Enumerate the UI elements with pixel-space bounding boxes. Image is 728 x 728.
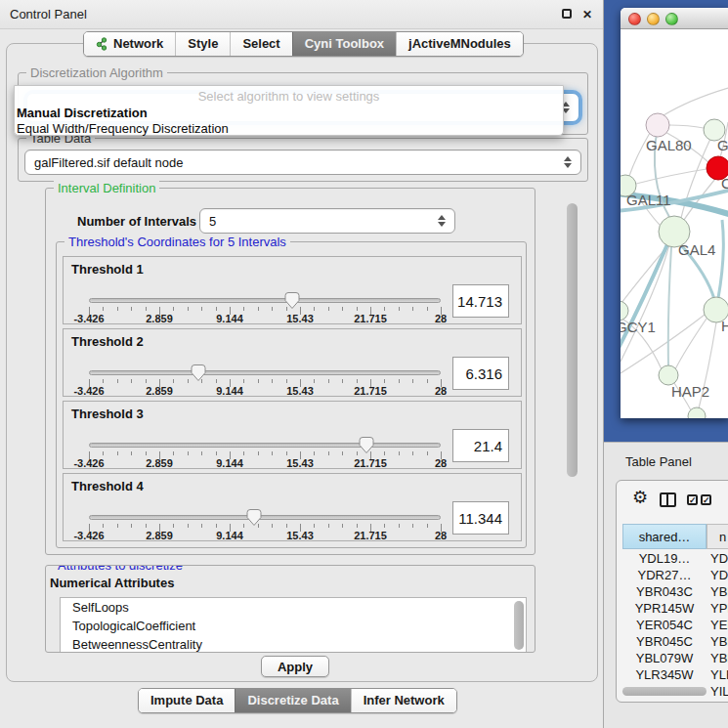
algorithm-dropdown-popup: Select algorithm to view settings Manual…: [14, 85, 564, 136]
label-clipped-h: H: [721, 318, 728, 334]
cell-shared-name[interactable]: YER054C: [622, 618, 707, 632]
table-row[interactable]: YER054CYER0: [622, 618, 728, 634]
table-row[interactable]: YBR045CYBR0: [622, 634, 728, 651]
cell-name[interactable]: YLR3: [710, 667, 728, 682]
tab-infer-network[interactable]: Infer Network: [351, 689, 456, 712]
cell-shared-name[interactable]: YPR145W: [622, 601, 707, 616]
float-window-icon[interactable]: [562, 9, 572, 19]
threshold-1-label: Threshold 1: [71, 262, 144, 277]
node-hap2[interactable]: [659, 365, 678, 385]
numerical-attributes-list[interactable]: SelfLoops TopologicalCoefficient Between…: [60, 597, 527, 653]
threshold-4-value-field[interactable]: 11.344: [452, 501, 509, 535]
threshold-3-label: Threshold 3: [71, 407, 144, 421]
threshold-1-slider[interactable]: [89, 298, 441, 303]
slider-tick-labels: -3.426 2.859 9.144 15.43 21.715 28: [89, 385, 441, 397]
table-row[interactable]: YDR27…YDR2: [622, 568, 728, 584]
table-data-combobox[interactable]: galFiltered.sif default node: [24, 150, 581, 175]
tab-network[interactable]: Network: [84, 32, 175, 56]
threshold-1-value-field[interactable]: 14.713: [452, 284, 509, 318]
network-icon: [96, 37, 108, 51]
split-columns-icon[interactable]: [660, 492, 676, 507]
cell-name[interactable]: YER0: [710, 618, 728, 632]
table-row[interactable]: YPR145WYPR1: [622, 601, 728, 618]
panel-title: Control Panel: [10, 7, 87, 21]
cell-shared-name[interactable]: YDR27…: [622, 568, 707, 582]
cell-name[interactable]: YBR0: [710, 634, 728, 649]
tab-select[interactable]: Select: [230, 32, 291, 56]
cyni-bottom-tabs: Impute Data Discretize Data Infer Networ…: [138, 688, 457, 713]
popup-hint: Select algorithm to view settings: [15, 89, 563, 104]
label-gal11: GAL11: [626, 192, 671, 208]
popup-option-equal-width[interactable]: Equal Width/Frequency Discretization: [17, 121, 559, 136]
tab-discretize-data[interactable]: Discretize Data: [235, 689, 350, 712]
table-row[interactable]: YLR345WYLR3: [622, 667, 728, 684]
cell-shared-name[interactable]: YDL19…: [622, 551, 707, 566]
popup-option-manual[interactable]: Manual Discretization: [17, 106, 559, 120]
cell-name[interactable]: YPR1: [710, 601, 728, 616]
network-window[interactable]: GAL80 GA C GAL11 GAL4 GCY1 H HAP2: [621, 8, 728, 418]
cell-shared-name[interactable]: YBL079W: [622, 651, 707, 665]
label-gal4: GAL4: [678, 241, 715, 258]
cell-shared-name[interactable]: YBR045C: [622, 634, 707, 649]
label-gcy1: GCY1: [621, 319, 656, 335]
threshold-2-value-field[interactable]: 6.316: [452, 357, 509, 390]
numerical-attributes-label: Numerical Attributes: [50, 576, 174, 590]
apply-button[interactable]: Apply: [261, 656, 329, 677]
column-header-shared-name[interactable]: shared…: [622, 524, 707, 549]
cell-shared-name[interactable]: YLR345W: [622, 667, 707, 682]
cell-name[interactable]: YDR2: [710, 568, 728, 582]
attributes-group-title: Attributes to discretize: [54, 565, 187, 573]
control-panel-titlebar: Control Panel ✕: [0, 0, 603, 29]
cell-name[interactable]: YBR0: [710, 584, 728, 599]
interval-definition-title: Interval Definition: [54, 181, 159, 195]
zoom-traffic-light-icon[interactable]: [665, 13, 678, 25]
table-panel-title: Table Panel: [625, 454, 692, 469]
threshold-3-slider[interactable]: [89, 443, 441, 448]
list-item[interactable]: TopologicalCoefficient: [61, 617, 526, 635]
close-icon[interactable]: ✕: [581, 9, 593, 21]
panel-scrollbar[interactable]: [567, 203, 578, 477]
number-of-intervals-label: Number of Intervals: [77, 214, 196, 229]
table-panel-body: ⚙ ✓ ✓ shared… n YDL19…YDL1YDR27…YDR2YBR0…: [616, 480, 728, 703]
tab-impute-data[interactable]: Impute Data: [139, 689, 235, 712]
table-row[interactable]: YDL19…YDL1: [622, 551, 728, 568]
checkbox-icon[interactable]: ✓: [687, 494, 698, 505]
threshold-2-slider[interactable]: [89, 370, 441, 375]
table-row[interactable]: YBL079WYBL0: [622, 651, 728, 667]
list-scrollbar[interactable]: [514, 601, 524, 650]
node-gcy1[interactable]: [621, 301, 628, 321]
table-horizontal-scrollbar[interactable]: [622, 687, 707, 696]
number-of-intervals-combobox[interactable]: 5: [199, 208, 455, 234]
cell-name[interactable]: YBL0: [710, 651, 728, 665]
threshold-3-value-field[interactable]: 21.4: [452, 429, 509, 462]
intervals-combo-value: 5: [209, 214, 216, 229]
tab-jactivemnodules[interactable]: jActiveMNodules: [396, 32, 523, 56]
label-clipped-c: C: [721, 175, 728, 192]
list-item[interactable]: SelfLoops: [61, 598, 526, 617]
table-data-combo-value: galFiltered.sif default node: [34, 155, 183, 170]
slider-tick-labels: -3.426 2.859 9.144 15.43 21.715 28: [89, 313, 441, 324]
tab-cyni-toolbox[interactable]: Cyni Toolbox: [292, 32, 396, 56]
tab-style[interactable]: Style: [175, 32, 230, 56]
network-canvas[interactable]: GAL80 GA C GAL11 GAL4 GCY1 H HAP2: [621, 29, 728, 418]
cell-name[interactable]: YIL0: [710, 684, 728, 699]
list-item[interactable]: BetweennessCentrality: [61, 635, 526, 653]
network-window-titlebar[interactable]: [621, 8, 728, 29]
minimize-traffic-light-icon[interactable]: [647, 13, 660, 25]
combo-arrows-icon: [438, 215, 447, 227]
threshold-2-panel: Threshold 2 -3.426 2.859 9.144 15.43 21.…: [63, 328, 522, 397]
threshold-4-slider[interactable]: [89, 515, 441, 520]
column-header-name[interactable]: n: [707, 524, 728, 549]
label-gal80: GAL80: [646, 137, 692, 153]
label-hap2: HAP2: [671, 383, 709, 400]
gear-icon[interactable]: ⚙: [632, 487, 648, 508]
checkbox-icon[interactable]: ✓: [701, 494, 711, 505]
control-panel: Control Panel ✕ Network Style Select Cyn…: [0, 0, 604, 728]
table-panel: Table Panel ⚙ ✓ ✓ shared… n YDL19…YDL1YD…: [604, 442, 728, 728]
close-traffic-light-icon[interactable]: [628, 13, 641, 25]
table-row[interactable]: YBR043CYBR0: [622, 584, 728, 601]
cell-name[interactable]: YDL1: [710, 551, 728, 566]
tab-network-label: Network: [113, 36, 163, 51]
cell-shared-name[interactable]: YBR043C: [622, 584, 707, 599]
node-gal80[interactable]: [646, 113, 669, 137]
